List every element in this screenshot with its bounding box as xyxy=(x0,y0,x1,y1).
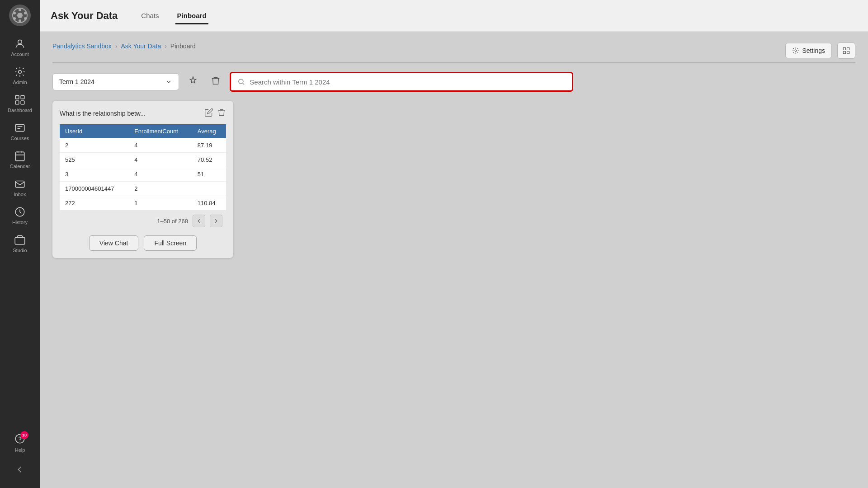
delete-icon[interactable] xyxy=(207,72,224,91)
sidebar-item-studio[interactable]: Studio xyxy=(0,230,40,258)
cell-userid: 272 xyxy=(60,196,129,211)
data-card: What is the relationship betw... xyxy=(52,101,233,258)
sidebar-item-admin[interactable]: Admin xyxy=(0,61,40,89)
tab-chats[interactable]: Chats xyxy=(139,8,160,24)
cell-enrollment: 1 xyxy=(129,196,192,211)
sidebar-item-dashboard[interactable]: Dashboard xyxy=(0,89,40,117)
cell-enrollment: 2 xyxy=(129,182,192,196)
svg-rect-22 xyxy=(847,47,849,50)
chevron-down-icon xyxy=(165,78,172,85)
sidebar-item-inbox[interactable]: Inbox xyxy=(0,174,40,202)
settings-icon xyxy=(792,47,799,54)
sidebar-item-courses-label: Courses xyxy=(11,136,29,141)
pagination-prev[interactable] xyxy=(193,215,205,227)
term-select-dropdown[interactable]: Term 1 2024 xyxy=(52,73,179,90)
sidebar-item-history-label: History xyxy=(12,220,28,225)
pagination: 1–50 of 268 xyxy=(60,210,226,229)
svg-point-7 xyxy=(13,12,16,14)
cell-enrollment: 4 xyxy=(129,153,192,167)
pagination-info: 1–50 of 268 xyxy=(157,218,188,225)
svg-point-1 xyxy=(17,13,23,18)
col-enrollment: EnrollmentCount xyxy=(129,124,192,138)
search-box[interactable] xyxy=(230,72,573,92)
svg-rect-23 xyxy=(843,52,845,54)
sidebar-item-inbox-label: Inbox xyxy=(14,192,26,197)
svg-rect-10 xyxy=(15,95,19,99)
breadcrumb-actions: Settings xyxy=(785,42,855,59)
svg-rect-12 xyxy=(15,101,19,104)
svg-point-2 xyxy=(19,9,21,11)
table-row: 2721110.84 xyxy=(60,196,226,211)
content-area: Pandalytics Sandbox › Ask Your Data › Pi… xyxy=(40,32,868,488)
svg-point-8 xyxy=(18,40,22,44)
svg-point-25 xyxy=(239,79,243,84)
svg-rect-14 xyxy=(15,124,24,131)
view-chat-button[interactable]: View Chat xyxy=(89,235,139,251)
chevron-right-icon xyxy=(213,218,219,224)
svg-rect-24 xyxy=(847,52,849,54)
cell-userid: 170000004601447 xyxy=(60,182,129,196)
cell-average: 51 xyxy=(192,167,226,182)
grid-view-button[interactable] xyxy=(837,42,855,59)
card-action-icons xyxy=(204,108,226,119)
breadcrumb-pandalytics[interactable]: Pandalytics Sandbox xyxy=(52,42,112,50)
table-row: 1700000046014472 xyxy=(60,182,226,196)
svg-point-3 xyxy=(24,12,27,14)
sidebar-item-calendar-label: Calendar xyxy=(10,164,30,169)
tab-pinboard[interactable]: Pinboard xyxy=(175,8,208,24)
sidebar-item-history[interactable]: History xyxy=(0,202,40,230)
svg-rect-21 xyxy=(843,47,845,50)
cell-average: 87.19 xyxy=(192,138,226,153)
svg-rect-11 xyxy=(21,95,24,99)
filter-row: Term 1 2024 xyxy=(52,72,855,92)
cell-userid: 3 xyxy=(60,167,129,182)
grid-icon xyxy=(842,47,850,55)
sidebar-item-account[interactable]: Account xyxy=(0,33,40,61)
app-logo xyxy=(9,5,31,26)
sidebar-item-studio-label: Studio xyxy=(13,248,27,253)
sidebar-item-help-label: Help xyxy=(15,447,25,453)
app-title: Ask Your Data xyxy=(51,10,118,22)
cell-enrollment: 4 xyxy=(129,167,192,182)
card-header: What is the relationship betw... xyxy=(60,108,226,119)
term-select-value: Term 1 2024 xyxy=(59,78,94,85)
sidebar-item-courses[interactable]: Courses xyxy=(0,117,40,145)
full-screen-button[interactable]: Full Screen xyxy=(144,235,197,251)
pagination-next[interactable] xyxy=(210,215,222,227)
table-row: 2487.19 xyxy=(60,138,226,153)
sidebar-collapse-button[interactable] xyxy=(15,457,25,483)
table-row: 525470.52 xyxy=(60,153,226,167)
card-title: What is the relationship betw... xyxy=(60,110,204,117)
svg-point-5 xyxy=(19,19,21,22)
search-input[interactable] xyxy=(250,78,566,86)
table-row: 3451 xyxy=(60,167,226,182)
card-edit-icon[interactable] xyxy=(204,108,213,119)
cell-enrollment: 4 xyxy=(129,138,192,153)
pin-icon[interactable] xyxy=(184,72,202,91)
search-icon xyxy=(237,78,245,86)
col-average: Averag xyxy=(192,124,226,138)
breadcrumb-ask-your-data[interactable]: Ask Your Data xyxy=(121,42,161,50)
svg-point-6 xyxy=(13,17,16,20)
card-footer: View Chat Full Screen xyxy=(60,235,226,251)
svg-rect-13 xyxy=(21,101,24,104)
data-table: UserId EnrollmentCount Averag 2487.19525… xyxy=(60,124,226,210)
svg-point-4 xyxy=(24,17,27,20)
help-badge-wrap: 10 xyxy=(14,433,26,446)
svg-point-20 xyxy=(795,50,797,52)
card-delete-icon[interactable] xyxy=(217,108,226,119)
breadcrumb-divider xyxy=(52,62,855,63)
cell-userid: 525 xyxy=(60,153,129,167)
settings-label: Settings xyxy=(802,47,825,54)
help-notification-badge: 10 xyxy=(20,431,28,439)
col-userid: UserId xyxy=(60,124,129,138)
sidebar-item-help[interactable]: 10 Help xyxy=(0,428,40,457)
sidebar-item-calendar[interactable]: Calendar xyxy=(0,145,40,174)
cell-userid: 2 xyxy=(60,138,129,153)
settings-button[interactable]: Settings xyxy=(785,43,832,58)
main-content: Ask Your Data Chats Pinboard Pandalytics… xyxy=(40,0,868,488)
cell-average: 70.52 xyxy=(192,153,226,167)
svg-rect-18 xyxy=(15,238,25,244)
cell-average xyxy=(192,182,226,196)
sidebar: Account Admin Dashboard Courses Ca xyxy=(0,0,40,488)
